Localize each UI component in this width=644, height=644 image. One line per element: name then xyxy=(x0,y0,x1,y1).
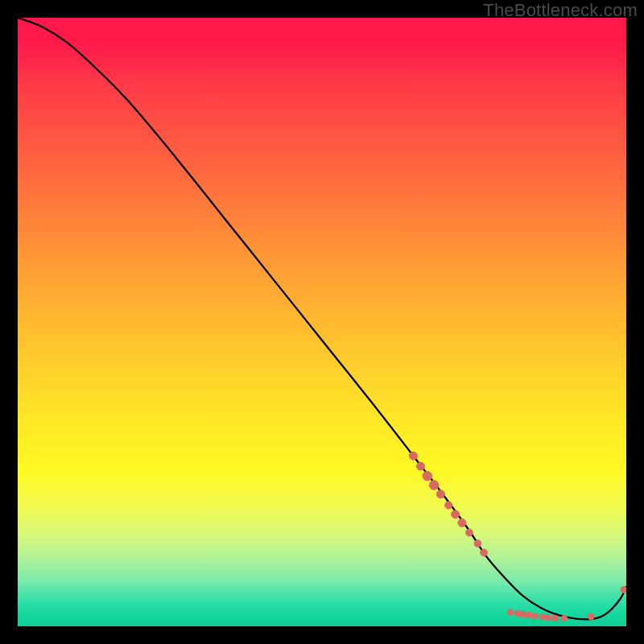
data-point xyxy=(474,540,481,547)
data-point xyxy=(452,510,460,518)
data-point xyxy=(552,615,559,621)
data-point xyxy=(621,587,626,593)
data-point xyxy=(520,611,526,617)
data-point xyxy=(466,529,473,536)
data-point xyxy=(409,452,417,460)
data-point xyxy=(429,481,439,490)
data-point xyxy=(417,462,425,470)
data-point xyxy=(545,614,551,621)
data-point xyxy=(508,609,514,616)
bottleneck-curve xyxy=(18,18,626,619)
data-point xyxy=(445,502,452,509)
chart-stage: TheBottleneck.com xyxy=(0,0,644,644)
data-point xyxy=(588,613,594,620)
plot-area xyxy=(18,18,626,626)
watermark-label: TheBottleneck.com xyxy=(483,0,638,21)
data-point xyxy=(436,490,444,498)
data-point xyxy=(532,613,539,619)
data-point xyxy=(526,612,532,618)
data-point xyxy=(423,472,432,481)
data-point xyxy=(458,519,466,527)
data-point xyxy=(561,615,568,621)
data-markers xyxy=(409,452,626,621)
data-point xyxy=(481,549,488,556)
chart-svg xyxy=(18,18,626,626)
